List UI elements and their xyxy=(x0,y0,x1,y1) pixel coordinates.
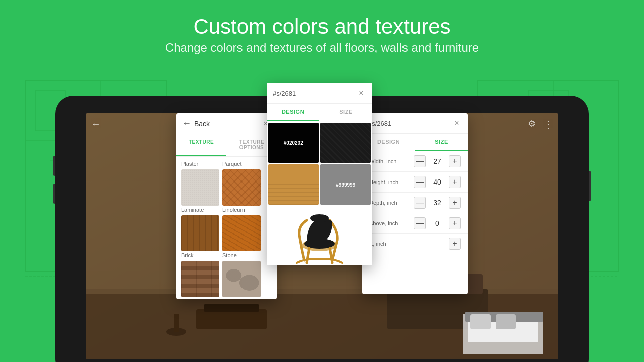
x-controls: — + xyxy=(414,238,461,250)
height-row: Height, inch — 40 + xyxy=(362,172,468,193)
back-button[interactable]: ← Back xyxy=(182,118,210,129)
depth-row: Depth, inch — 32 + xyxy=(362,193,468,213)
laminate-thumb[interactable] xyxy=(181,215,219,251)
above-row: Above, inch — 0 + xyxy=(362,213,468,234)
back-arrow-icon: ← xyxy=(182,118,191,129)
design-tabs: DESIGN SIZE xyxy=(267,104,372,121)
height-minus[interactable]: — xyxy=(414,176,426,188)
x-label: X, inch xyxy=(369,241,405,247)
plaster-thumb[interactable] xyxy=(181,169,219,206)
above-label: Above, inch xyxy=(369,220,405,226)
swatch-dark[interactable] xyxy=(320,123,371,163)
swatch-black-label: #020202 xyxy=(284,140,303,146)
parquet-thumb[interactable] xyxy=(222,169,261,206)
svg-rect-27 xyxy=(470,314,491,329)
x-plus[interactable]: + xyxy=(449,238,461,250)
design-panel-header: #s/2681 × xyxy=(267,83,372,104)
size-tabs: DESIGN SIZE xyxy=(362,134,468,151)
tab-texture[interactable]: TEXTURE xyxy=(176,134,226,156)
page-title: Custom colors and textures xyxy=(0,14,644,39)
width-row: Width, inch — 27 + xyxy=(362,151,468,172)
depth-plus[interactable]: + xyxy=(449,197,461,209)
depth-controls: — 32 + xyxy=(414,197,461,209)
brick-label: Brick xyxy=(181,252,219,258)
design-panel-close[interactable]: × xyxy=(356,88,366,98)
svg-rect-20 xyxy=(196,309,267,329)
parquet-label: Parquet xyxy=(222,161,261,167)
linoleum-thumb[interactable] xyxy=(222,215,261,251)
size-panel: #s/2681 × DESIGN SIZE Width, inch — 27 +… xyxy=(362,113,468,294)
svg-line-34 xyxy=(307,248,309,263)
swatch-gray[interactable]: #999999 xyxy=(320,164,371,205)
height-plus[interactable]: + xyxy=(449,176,461,188)
width-minus[interactable]: — xyxy=(414,155,426,167)
x-row: X, inch — + xyxy=(362,234,468,254)
svg-rect-21 xyxy=(204,304,259,312)
height-controls: — 40 + xyxy=(414,176,461,188)
design-panel-id: #s/2681 xyxy=(273,89,296,97)
svg-rect-30 xyxy=(174,314,179,332)
depth-minus[interactable]: — xyxy=(414,197,426,209)
page-subtitle: Change colors and textures of all floors… xyxy=(0,39,644,56)
size-panel-close[interactable]: × xyxy=(452,118,462,128)
texture-tabs: TEXTURE TEXTURE OPTIONS xyxy=(176,134,277,157)
texture-panel-header: ← Back × xyxy=(176,113,277,134)
width-controls: — 27 + xyxy=(414,155,461,167)
plaster-label: Plaster xyxy=(181,161,219,167)
chair-illustration-area xyxy=(267,206,372,265)
tab-design[interactable]: DESIGN xyxy=(267,104,319,121)
brick-thumb[interactable] xyxy=(181,261,219,297)
height-label: Height, inch xyxy=(369,179,405,185)
design-panel: #s/2681 × DESIGN SIZE #020202 #999999 xyxy=(267,83,372,265)
swatch-black[interactable]: #020202 xyxy=(268,123,319,163)
panels-container: ← Back × TEXTURE TEXTURE OPTIONS Plaster… xyxy=(0,83,644,299)
laminate-label: Laminate xyxy=(181,207,219,213)
depth-label: Depth, inch xyxy=(369,200,405,206)
stone-label: Stone xyxy=(222,252,261,258)
above-plus[interactable]: + xyxy=(449,217,461,229)
tab-size[interactable]: SIZE xyxy=(319,104,372,121)
above-minus[interactable]: — xyxy=(414,217,426,229)
svg-rect-28 xyxy=(496,314,516,329)
size-panel-header: #s/2681 × xyxy=(362,113,468,134)
texture-panel: ← Back × TEXTURE TEXTURE OPTIONS Plaster… xyxy=(176,113,277,299)
tab-size-right[interactable]: SIZE xyxy=(415,134,468,151)
color-grid: #020202 #999999 xyxy=(267,121,372,206)
svg-line-35 xyxy=(330,248,332,263)
above-controls: — 0 + xyxy=(414,217,461,229)
swatch-gray-label: #999999 xyxy=(336,182,355,188)
width-label: Width, inch xyxy=(369,158,405,164)
depth-value: 32 xyxy=(430,199,445,207)
header: Custom colors and textures Change colors… xyxy=(0,14,644,56)
texture-content: Plaster Parquet Laminate Linoleum xyxy=(176,157,277,299)
back-label: Back xyxy=(194,120,210,128)
svg-point-33 xyxy=(310,214,329,222)
above-value: 0 xyxy=(430,219,445,227)
chair-svg xyxy=(289,210,350,265)
linoleum-label: Linoleum xyxy=(222,207,261,213)
width-value: 27 xyxy=(430,157,445,165)
stone-thumb[interactable] xyxy=(222,261,261,297)
swatch-wood[interactable] xyxy=(268,164,319,205)
height-value: 40 xyxy=(430,178,445,186)
width-plus[interactable]: + xyxy=(449,155,461,167)
